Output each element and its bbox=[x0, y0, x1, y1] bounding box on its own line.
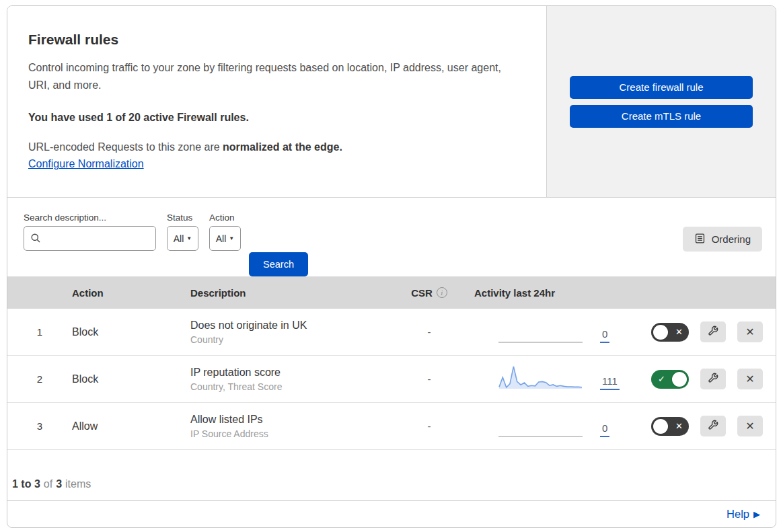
rule-description: IP reputation score bbox=[190, 367, 392, 379]
help-link[interactable]: Help bbox=[727, 508, 749, 521]
firewall-rules-panel: Firewall rules Control incoming traffic … bbox=[7, 5, 776, 528]
header-text-area: Firewall rules Control incoming traffic … bbox=[7, 6, 547, 197]
page-title: Firewall rules bbox=[28, 32, 519, 48]
toggle-knob bbox=[672, 372, 687, 387]
rule-controls: ✓ ✕ bbox=[626, 369, 776, 389]
activity-count-link[interactable]: 111 bbox=[600, 375, 620, 390]
ordering-button[interactable]: Ordering bbox=[683, 227, 762, 252]
configure-normalization-link[interactable]: Configure Normalization bbox=[28, 158, 144, 169]
activity-sparkline bbox=[498, 363, 583, 390]
search-box bbox=[24, 226, 156, 251]
rule-description: Allow listed IPs bbox=[190, 414, 392, 426]
wrench-icon bbox=[708, 326, 718, 339]
column-action: Action bbox=[72, 287, 190, 299]
delete-rule-button[interactable]: ✕ bbox=[737, 416, 763, 436]
normalization-note: URL-encoded Requests to this zone are no… bbox=[28, 141, 519, 153]
rule-priority: 3 bbox=[7, 420, 72, 432]
close-icon: ✕ bbox=[745, 420, 754, 432]
toggle-knob bbox=[653, 419, 668, 434]
rule-priority: 1 bbox=[7, 326, 72, 338]
activity-sparkline bbox=[498, 410, 583, 437]
header-section: Firewall rules Control incoming traffic … bbox=[7, 6, 776, 198]
page-description: Control incoming traffic to your zone by… bbox=[28, 59, 513, 94]
action-label: Action bbox=[209, 213, 241, 223]
rule-csr: - bbox=[392, 326, 466, 338]
rule-action: Allow bbox=[72, 420, 190, 432]
rule-activity-cell: 0 bbox=[466, 316, 626, 348]
pagination-summary: 1 to 3 of 3 items bbox=[7, 450, 776, 500]
rule-enabled-toggle[interactable]: ✕ bbox=[651, 417, 689, 436]
search-button[interactable]: Search bbox=[249, 252, 308, 276]
rule-priority: 2 bbox=[7, 373, 72, 385]
wrench-icon bbox=[708, 373, 718, 386]
create-mtls-rule-button[interactable]: Create mTLS rule bbox=[570, 105, 753, 128]
chevron-right-icon: ▶ bbox=[753, 509, 760, 519]
status-select[interactable]: All ▼ bbox=[167, 226, 198, 251]
rule-enabled-toggle[interactable]: ✕ bbox=[651, 323, 689, 342]
list-document-icon bbox=[694, 233, 706, 246]
toggle-knob bbox=[653, 325, 668, 340]
search-icon bbox=[30, 233, 41, 243]
status-filter-group: Status All ▼ bbox=[167, 213, 198, 251]
chevron-down-icon: ▼ bbox=[229, 235, 234, 241]
of-text: of bbox=[44, 478, 52, 490]
rule-controls: ✕ ✕ bbox=[626, 321, 776, 342]
action-value: All bbox=[216, 233, 227, 244]
status-label: Status bbox=[167, 213, 198, 223]
column-csr-label: CSR bbox=[411, 287, 433, 299]
activity-sparkline bbox=[498, 316, 583, 343]
create-firewall-rule-button[interactable]: Create firewall rule bbox=[570, 76, 753, 99]
rule-csr: - bbox=[392, 420, 466, 432]
activity-count-link[interactable]: 0 bbox=[600, 328, 609, 343]
rule-criteria: Country bbox=[190, 334, 392, 345]
table-header-row: Action Description CSR i Activity last 2… bbox=[7, 276, 776, 309]
rule-activity-cell: 0 bbox=[466, 410, 626, 443]
rule-action: Block bbox=[72, 326, 190, 338]
rule-description-cell: Does not originate in UK Country bbox=[190, 319, 392, 345]
column-description: Description bbox=[190, 287, 392, 299]
toggle-state-icon: ✕ bbox=[675, 323, 683, 342]
rule-controls: ✕ ✕ bbox=[626, 416, 776, 436]
table-row: 1 Block Does not originate in UK Country… bbox=[7, 309, 776, 356]
ordering-button-label: Ordering bbox=[712, 233, 751, 245]
item-range: 1 to 3 bbox=[12, 478, 40, 490]
item-total: 3 bbox=[56, 478, 62, 490]
wrench-icon bbox=[708, 420, 718, 433]
edit-rule-button[interactable] bbox=[700, 321, 726, 342]
close-icon: ✕ bbox=[745, 373, 754, 385]
edit-rule-button[interactable] bbox=[700, 369, 726, 389]
close-icon: ✕ bbox=[745, 326, 754, 338]
info-icon[interactable]: i bbox=[437, 287, 447, 298]
status-value: All bbox=[174, 233, 184, 244]
table-row: 3 Allow Allow listed IPs IP Source Addre… bbox=[7, 403, 776, 450]
rule-criteria: IP Source Address bbox=[190, 428, 392, 439]
filter-bar: Search description... Status All ▼ Actio… bbox=[7, 198, 776, 276]
normalization-text: URL-encoded Requests to this zone are bbox=[28, 141, 223, 153]
delete-rule-button[interactable]: ✕ bbox=[737, 369, 763, 389]
rule-action: Block bbox=[72, 373, 190, 385]
search-label: Search description... bbox=[24, 213, 156, 223]
rule-csr: - bbox=[392, 373, 466, 385]
column-activity: Activity last 24hr bbox=[466, 287, 626, 299]
chevron-down-icon: ▼ bbox=[186, 235, 192, 241]
items-text: items bbox=[65, 478, 91, 490]
toggle-state-icon: ✕ bbox=[675, 417, 683, 436]
actions-panel: Create firewall rule Create mTLS rule bbox=[547, 6, 776, 197]
rule-criteria: Country, Threat Score bbox=[190, 381, 392, 392]
toggle-state-icon: ✓ bbox=[658, 370, 665, 389]
rule-enabled-toggle[interactable]: ✓ bbox=[651, 370, 689, 389]
search-input[interactable] bbox=[24, 226, 156, 251]
action-filter-group: Action All ▼ bbox=[209, 213, 241, 251]
activity-count-link[interactable]: 0 bbox=[600, 422, 609, 437]
column-csr: CSR i bbox=[392, 287, 466, 299]
table-row: 2 Block IP reputation score Country, Thr… bbox=[7, 356, 776, 403]
usage-note: You have used 1 of 20 active Firewall ru… bbox=[28, 112, 519, 124]
delete-rule-button[interactable]: ✕ bbox=[737, 321, 763, 342]
rule-description-cell: IP reputation score Country, Threat Scor… bbox=[190, 367, 392, 392]
action-select[interactable]: All ▼ bbox=[209, 226, 241, 251]
edit-rule-button[interactable] bbox=[700, 416, 726, 436]
help-bar: Help ▶ bbox=[7, 500, 776, 527]
rule-activity-cell: 111 bbox=[466, 363, 626, 395]
search-field-group: Search description... bbox=[24, 213, 156, 251]
rule-description: Does not originate in UK bbox=[190, 319, 392, 332]
